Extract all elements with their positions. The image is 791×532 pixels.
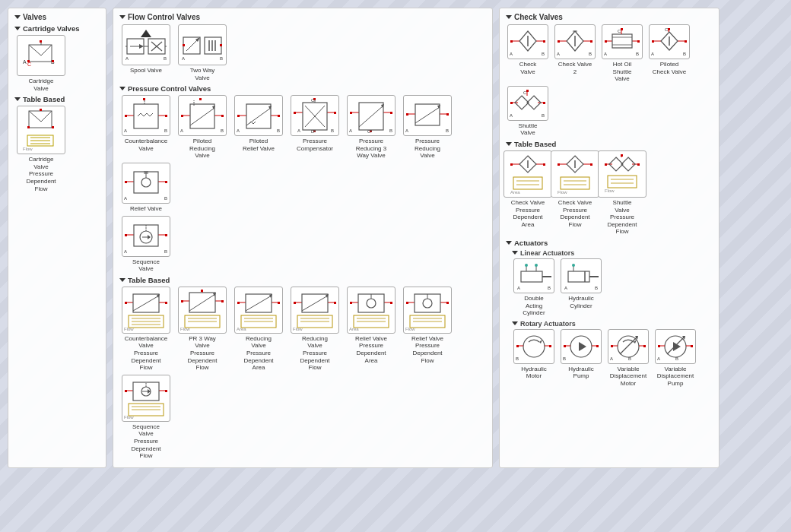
svg-point-124 <box>141 178 151 187</box>
hyd-motor-item[interactable]: B HydraulicMotor <box>512 329 556 388</box>
svg-line-56 <box>150 113 153 116</box>
var-pump-box: A B <box>655 329 696 364</box>
piloted-relief-box: A B <box>234 95 283 136</box>
pressure-comp-label: PressureCompensator <box>297 138 333 152</box>
hyd-pump-label: HydraulicPump <box>568 366 593 380</box>
relief-valve-label: Relief Valve <box>130 205 162 213</box>
svg-text:B: B <box>595 286 598 290</box>
svg-line-115 <box>415 107 440 123</box>
check-valve-item[interactable]: A B CheckValve <box>506 24 550 83</box>
svg-text:A: A <box>237 128 240 133</box>
reducing-area-box: Area <box>234 287 283 334</box>
svg-text:B: B <box>675 356 678 361</box>
counterbalance-box: A B <box>122 95 170 136</box>
reducing-flow-label: ReducingValvePressureDependentFlow <box>300 335 329 372</box>
two-way-valve-label: Two WayValve <box>190 67 215 81</box>
sequence-valve-grid: A B SequenceValve <box>119 216 486 273</box>
seq-pressure-box: Flow <box>122 375 170 422</box>
triangle-icon <box>506 241 512 245</box>
seq-pressure-item[interactable]: Flow SequenceValvePressureDependentFlow <box>119 375 173 460</box>
check-valve2-item[interactable]: A B Check Valve2 <box>553 24 597 83</box>
piloted-check-item[interactable]: A B C PilotedCheck Valve <box>647 24 691 83</box>
piloted-reducing-label: PilotedReducingValve <box>189 138 215 160</box>
double-acting-item[interactable]: A B DoubleActingCylinder <box>512 258 556 317</box>
piloted-check-box: A B C <box>649 24 690 59</box>
svg-rect-290 <box>561 177 589 189</box>
svg-text:Flow: Flow <box>405 327 415 331</box>
svg-text:B: B <box>446 128 449 133</box>
linear-actuators-title: Linear Actuators <box>512 249 713 257</box>
spool-valve-item[interactable]: A B Spool Valve <box>119 24 173 81</box>
svg-text:A: A <box>349 128 352 133</box>
svg-text:A: A <box>517 286 520 290</box>
pressure-red-item[interactable]: A B PressureReducingValve <box>401 95 454 160</box>
triangle-icon <box>14 15 21 19</box>
pr3-pressure-item[interactable]: Flow PR 3 WayValvePressureDependentFlow <box>176 287 229 372</box>
table-based-middle: Table Based <box>119 276 486 284</box>
piloted-relief-item[interactable]: A B PilotedRelief Valve <box>232 95 285 160</box>
svg-point-335 <box>618 336 639 357</box>
cartridge-valve-item[interactable]: C A B CartridgeValve <box>14 35 68 92</box>
counterbalance-item[interactable]: A B CounterbalanceValve <box>119 95 173 160</box>
shuttle-flow-item[interactable]: Flow ShuttleValvePressureDependentFlow <box>600 150 644 236</box>
pressure-red3-box: A B C <box>347 95 396 136</box>
double-acting-label: DoubleActingCylinder <box>523 295 545 317</box>
check-flow-label: Check ValvePressureDependentFlow <box>558 199 592 228</box>
hot-oil-item[interactable]: A B C Hot OilShuttleValve <box>600 24 644 83</box>
pressure-comp-item[interactable]: A B C D PressureCompensator <box>288 95 341 160</box>
flow-control-title: Flow Control Valves <box>119 13 486 21</box>
check-flow-item[interactable]: Flow Check ValvePressureDependentFlow <box>553 150 597 236</box>
pressure-red3-label: PressureReducing 3Way Valve <box>356 138 386 160</box>
svg-text:A: A <box>557 52 560 56</box>
svg-line-52 <box>138 113 141 116</box>
svg-text:B: B <box>389 128 392 133</box>
triangle-icon <box>512 251 518 255</box>
svg-text:A: A <box>604 52 607 56</box>
check-valve-label: CheckValve <box>519 61 537 75</box>
check-valve2-box: A B <box>554 24 596 59</box>
svg-rect-275 <box>543 163 545 166</box>
piloted-check-label: PilotedCheck Valve <box>653 61 686 75</box>
shuttle-valve-box: A B C <box>507 86 548 121</box>
svg-text:B: B <box>277 128 280 133</box>
hyd-pump-item[interactable]: B HydraulicPump <box>559 329 603 388</box>
var-motor-item[interactable]: A B VariableDisplacementMotor <box>606 329 650 388</box>
svg-rect-302 <box>608 176 637 188</box>
linear-actuators-grid: A B DoubleActingCylinder <box>512 258 713 317</box>
check-valves-title: Check Valves <box>506 13 713 21</box>
shuttle-valve-item[interactable]: A B C ShuttleValve <box>506 86 550 137</box>
check-area-item[interactable]: Area Check ValvePressureDependentArea <box>506 150 550 236</box>
svg-rect-62 <box>199 98 202 100</box>
sequence-valve-item[interactable]: A B SequenceValve <box>119 216 173 273</box>
svg-marker-137 <box>148 235 151 239</box>
hydraulic-cyl-item[interactable]: A B HydraulicCylinder <box>559 258 603 317</box>
pressure-red3-item[interactable]: A B C PressureReducing 3Way Valve <box>345 95 398 160</box>
cartridge-pressure-item[interactable]: Flow CartridgeValvePressureDependentFlow <box>14 106 68 192</box>
reducing-area-item[interactable]: Area ReducingValvePressureDependentArea <box>232 287 285 372</box>
sequence-valve-label: SequenceValve <box>132 258 160 273</box>
two-way-valve-item[interactable]: A B Two WayValve <box>176 24 229 81</box>
piloted-reducing-item[interactable]: A B PilotedReducingValve <box>176 95 229 160</box>
svg-text:Flow: Flow <box>558 190 567 195</box>
svg-text:A: A <box>610 356 613 361</box>
svg-line-146 <box>133 296 159 311</box>
triangle-icon <box>119 278 125 282</box>
svg-line-13 <box>29 111 41 122</box>
reducing-flow-item[interactable]: Flow ReducingValvePressureDependentFlow <box>288 287 341 372</box>
hydraulic-cyl-box: A B <box>561 258 602 293</box>
svg-text:B: B <box>164 196 167 201</box>
left-panel: Valves Cartridge Valves C A B <box>8 8 106 468</box>
relief-valve-item[interactable]: A B Relief Valve <box>119 163 173 213</box>
relief-area-item[interactable]: Area Relief ValvePressureDependentArea <box>345 287 398 372</box>
sequence-valve-box: A B <box>122 216 170 257</box>
svg-line-53 <box>141 113 144 116</box>
relief-flow-item[interactable]: Flow Relief ValvePressureDependentFlow <box>401 287 454 372</box>
reducing-area-label: ReducingValvePressureDependentArea <box>243 335 273 372</box>
cb-pressure-item[interactable]: Flow CounterbalanceValvePressureDependen… <box>119 287 173 372</box>
svg-marker-329 <box>579 342 586 351</box>
cartridge-valves-section: Cartridge Valves <box>14 24 100 33</box>
spool-valve-box: A B <box>122 24 170 65</box>
svg-text:Flow: Flow <box>124 327 134 331</box>
pressure-red-label: PressureReducingValve <box>415 138 440 160</box>
var-pump-item[interactable]: A B VariableDisplacementPump <box>653 329 697 388</box>
